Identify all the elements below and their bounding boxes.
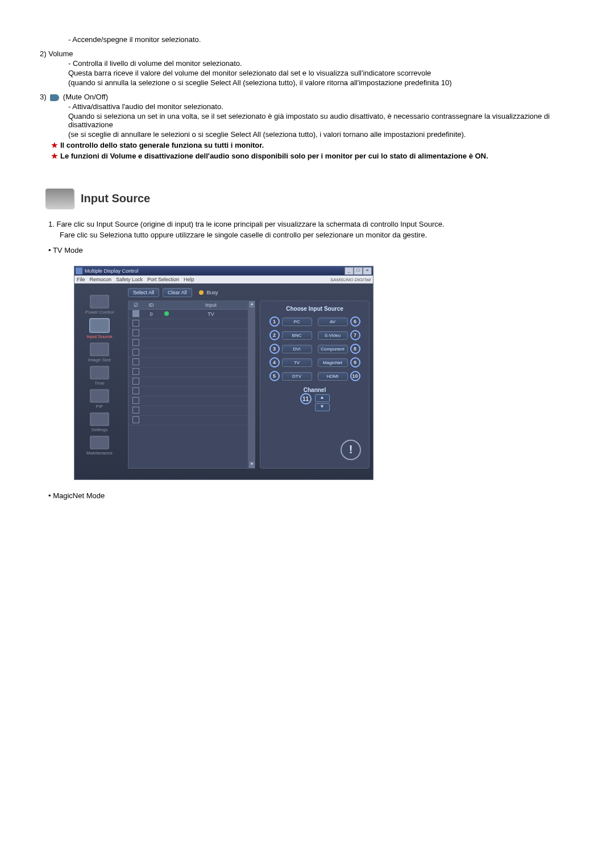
toolbar: Select All Clear All Busy	[128, 288, 370, 297]
star-icon: ★	[51, 152, 58, 160]
sidebar-item-maintenance[interactable]: Maintenance	[86, 436, 113, 456]
row-checkbox[interactable]	[132, 349, 139, 356]
row-checkbox[interactable]	[132, 416, 139, 423]
row-checkbox[interactable]	[132, 378, 139, 385]
sidebar-item-power-control[interactable]: Power Control	[85, 295, 114, 315]
ordered-item-1: 1. Fare clic su Input Source (origine di…	[48, 220, 574, 228]
maximize-button[interactable]: □	[354, 267, 363, 275]
badge-2: 2	[269, 330, 280, 340]
mute-label: (Mute On/Off)	[63, 93, 108, 101]
sidebar-item-time[interactable]: Time	[90, 366, 109, 386]
input-source-panel: Choose Input Source 1PC 6AV 2BNC 7S-Vide…	[260, 301, 370, 469]
busy-indicator-icon	[199, 290, 204, 295]
table-row[interactable]	[128, 387, 248, 397]
brand-label: SAMSUNG DIGITall	[330, 277, 371, 282]
table-row[interactable]: 0 TV	[128, 310, 248, 319]
mute-desc2: Quando si seleziona un set in una volta,…	[68, 112, 574, 129]
badge-5: 5	[269, 371, 280, 381]
badge-7: 7	[350, 330, 360, 340]
volume-desc1: - Controlla il livello di volume del mon…	[68, 59, 574, 68]
option-hdmi[interactable]: 10HDMI	[318, 371, 360, 381]
table-row[interactable]	[128, 425, 248, 426]
menu-help[interactable]: Help	[184, 277, 194, 282]
menu-port-selection[interactable]: Port Selection	[147, 277, 179, 282]
titlebar: Multiple Display Control _ □ ×	[74, 266, 373, 276]
option-component[interactable]: 8Component	[318, 344, 360, 354]
mute-desc3: (se si sceglie di annullare le selezioni…	[68, 130, 574, 139]
note-1: ★Il controllo dello stato generale funzi…	[51, 141, 574, 149]
option-bnc[interactable]: 2BNC	[269, 330, 312, 340]
table-row[interactable]	[128, 377, 248, 387]
sidebar-item-pip[interactable]: PIP	[90, 389, 109, 409]
mdc-window: Multiple Display Control _ □ × File Remo…	[74, 266, 374, 480]
option-dtv[interactable]: 5DTV	[269, 371, 312, 381]
select-all-button[interactable]: Select All	[128, 288, 159, 297]
menu-safety-lock[interactable]: Safety Lock	[116, 277, 143, 282]
row-checkbox[interactable]	[132, 329, 139, 336]
row-checkbox[interactable]	[132, 310, 139, 317]
badge-1: 1	[269, 316, 280, 327]
table-row[interactable]	[128, 406, 248, 416]
num-2: 2)	[40, 49, 47, 58]
table-row[interactable]	[128, 416, 248, 425]
scroll-up-icon[interactable]: ▲	[248, 301, 255, 308]
table-row[interactable]	[128, 319, 248, 329]
channel-up-button[interactable]: ▲	[315, 394, 330, 402]
table-row[interactable]	[128, 368, 248, 377]
row-checkbox[interactable]	[132, 339, 139, 346]
row-checkbox[interactable]	[132, 320, 139, 327]
num-3: 3)	[40, 93, 47, 101]
option-dvi[interactable]: 3DVI	[269, 344, 312, 354]
close-button[interactable]: ×	[363, 267, 372, 275]
sidebar-item-settings[interactable]: Settings	[90, 412, 109, 432]
bullet-tv-mode: • TV Mode	[48, 246, 574, 254]
row-input: TV	[174, 310, 248, 318]
scroll-down-icon[interactable]: ▼	[248, 461, 255, 469]
volume-label: Volume	[48, 49, 73, 58]
option-svideo[interactable]: 7S-Video	[318, 330, 360, 340]
col-check[interactable]: ☑	[128, 301, 143, 309]
channel-section: Channel 11 ▲ ▼	[300, 387, 330, 411]
table-row[interactable]	[128, 348, 248, 358]
mute-desc1: - Attiva/disattiva l'audio del monitor s…	[68, 102, 574, 111]
sidebar-item-input-source[interactable]: Input Source	[86, 318, 112, 339]
badge-6: 6	[350, 316, 360, 327]
table-row[interactable]	[128, 358, 248, 368]
scrollbar[interactable]: ▲ ▼	[248, 301, 255, 469]
monitor-table: ☑ ID Input 0 TV	[128, 301, 255, 469]
badge-3: 3	[269, 344, 280, 354]
window-title: Multiple Display Control	[85, 268, 139, 274]
menu-file[interactable]: File	[77, 277, 85, 282]
note-2: ★Le funzioni di Volume e disattivazione …	[51, 152, 574, 160]
info-icon[interactable]: !	[341, 440, 361, 460]
row-id: 0	[143, 310, 159, 318]
badge-9: 9	[350, 357, 360, 368]
menu-remocon[interactable]: Remocon	[90, 277, 112, 282]
option-tv[interactable]: 4TV	[269, 357, 312, 368]
minimize-button[interactable]: _	[345, 267, 354, 275]
row-checkbox[interactable]	[132, 387, 139, 394]
sidebar-item-image-size[interactable]: Image Size	[88, 343, 111, 362]
busy-label: Busy	[207, 290, 218, 295]
clear-all-button[interactable]: Clear All	[163, 288, 192, 297]
row-checkbox[interactable]	[132, 397, 139, 404]
col-status	[159, 301, 174, 309]
row-checkbox[interactable]	[132, 358, 139, 365]
col-input: Input	[174, 301, 248, 309]
table-row[interactable]	[128, 397, 248, 406]
panel-title: Choose Input Source	[286, 306, 343, 312]
badge-8: 8	[350, 344, 360, 354]
row-checkbox[interactable]	[132, 407, 139, 414]
row-checkbox[interactable]	[132, 368, 139, 375]
option-pc[interactable]: 1PC	[269, 316, 312, 327]
ordered-item-1b: Fare clic su Seleziona tutto oppure util…	[60, 231, 574, 239]
channel-label: Channel	[300, 387, 330, 393]
table-row[interactable]	[128, 339, 248, 348]
app-icon	[76, 268, 82, 274]
option-magicnet[interactable]: 9MagicNet	[318, 357, 360, 368]
option-av[interactable]: 6AV	[318, 316, 360, 327]
bullet-magicnet-mode: • MagicNet Mode	[48, 491, 574, 500]
table-row[interactable]	[128, 329, 248, 339]
channel-down-button[interactable]: ▼	[315, 403, 330, 411]
section-header: Input Source	[45, 189, 574, 208]
